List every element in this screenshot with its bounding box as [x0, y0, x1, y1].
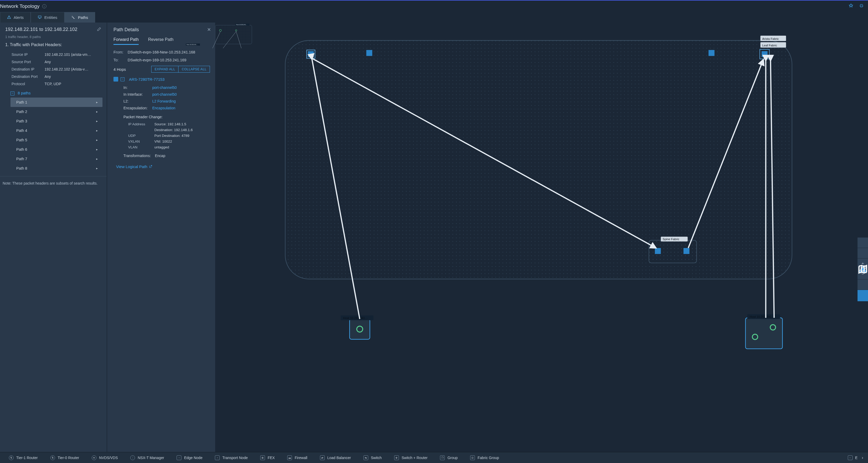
packet-header-change-heading: Packet Header Change: — [123, 114, 210, 120]
phc-key: UDP — [128, 133, 154, 139]
firewall-icon: ▬ — [287, 455, 292, 460]
switch-node[interactable] — [760, 49, 769, 59]
legend-item-overflow: ▫E — [846, 455, 859, 460]
path-label: Path 4 — [16, 128, 27, 133]
tab-label: Entities — [44, 15, 57, 20]
info-icon[interactable]: i — [42, 4, 46, 8]
tab-label: Alerts — [13, 15, 24, 20]
legend-item: ⋮NSX-T Manager — [124, 455, 170, 460]
hop-link-value[interactable]: port-channel50 — [152, 91, 177, 98]
hop-link-value[interactable]: L2 Forwarding — [152, 98, 176, 104]
phc-value: Destination: 192.148.1.6 — [154, 127, 193, 133]
legend-item: ⇄Load Balancer — [314, 455, 357, 460]
legend-item: ⊞FEX — [254, 455, 281, 460]
path-details-panel: Path Details ✕ Forward Path Reverse Path… — [107, 23, 215, 452]
alert-icon — [7, 15, 11, 20]
svg-text:Host 10.253.241…: Host 10.253.241… — [236, 24, 247, 25]
hop-link-value[interactable]: port-channel50 — [152, 84, 177, 91]
hop-key: L2: — [123, 98, 152, 104]
switch-node[interactable] — [683, 248, 689, 254]
svg-rect-7 — [366, 50, 372, 56]
legend-item: ▬Firewall — [281, 455, 313, 460]
canvas-toolbar: ＋ − — [858, 237, 868, 301]
zone-label: Leaf Fabric — [762, 44, 777, 47]
zone-label: Arista Fabric — [762, 37, 779, 40]
switch-router-icon: ⊕ — [394, 455, 399, 460]
hop-device-link[interactable]: ARS-7280TR-77153 — [129, 77, 164, 82]
tab-alerts[interactable]: Alerts — [0, 12, 31, 23]
phc-value: untagged — [154, 145, 169, 150]
paths-count-label[interactable]: 8 paths — [18, 91, 30, 95]
collapse-all-button[interactable]: COLLAPSE ALL — [179, 66, 210, 73]
legend-item: ▫Transport Node — [209, 455, 254, 460]
phc-key: VLAN — [128, 145, 154, 150]
svg-rect-13 — [350, 319, 370, 339]
left-panel: 192.148.22.101 to 192.148.22.102 1 traff… — [0, 23, 107, 452]
legend-label: Edge Node — [184, 456, 202, 460]
expand-all-button[interactable]: EXPAND ALL — [151, 66, 179, 73]
svg-rect-17 — [746, 318, 782, 349]
svg-text:Host 10.253.241…: Host 10.253.241… — [343, 316, 368, 319]
path-item[interactable]: Path 6▸ — [10, 145, 102, 154]
chevron-right-icon: ▸ — [96, 129, 98, 132]
switch-node[interactable] — [655, 248, 661, 254]
kv-key: Destination Port — [5, 73, 44, 80]
hop-key: Encapsulation: — [123, 104, 152, 112]
switch-icon: ⇆ — [364, 455, 368, 460]
switch-node[interactable] — [709, 50, 715, 56]
path-label: Path 3 — [16, 119, 27, 123]
path-item[interactable]: Path 4▸ — [10, 126, 102, 135]
group-icon: ❐ — [440, 455, 445, 460]
phc-value: Source: 192.148.1.5 — [154, 121, 186, 127]
path-label: Path 1 — [16, 100, 27, 104]
legend-label: Fabric Group — [477, 456, 499, 460]
kv-value: TCP, UDP — [44, 80, 101, 88]
phc-key: VXLAN — [128, 139, 154, 145]
transport-node-icon: ▫ — [215, 455, 220, 460]
hop-link-value[interactable]: Encapsulation — [152, 104, 175, 112]
path-label: Path 7 — [16, 157, 27, 161]
path-item[interactable]: Path 2▸ — [10, 107, 102, 116]
loadbalancer-icon: ⇄ — [320, 455, 325, 460]
tab-entities[interactable]: Entities — [31, 12, 64, 23]
path-item[interactable]: Path 3▸ — [10, 116, 102, 126]
tab-label: Paths — [78, 15, 88, 20]
host-node[interactable]: Host 10.253.241… — [746, 314, 782, 349]
legend-label: Load Balancer — [327, 456, 351, 460]
link-label: View Logical Path — [116, 164, 147, 169]
chevron-right-icon: ▸ — [96, 157, 98, 161]
tree-collapse-icon[interactable]: − — [10, 92, 14, 95]
path-label: Path 2 — [16, 110, 27, 114]
hops-count: 4 Hops — [114, 67, 126, 71]
switch-node[interactable] — [366, 50, 372, 56]
legend-item: ⇅Tier-1 Router — [3, 455, 44, 460]
legend-item: ⇅Tier-0 Router — [44, 455, 86, 460]
kv-value: 192.148.22.102 (Arista-v… — [44, 66, 101, 73]
tab-paths[interactable]: Paths — [64, 12, 95, 23]
minimap-toggle-button[interactable] — [858, 290, 868, 301]
collapse-icon[interactable] — [859, 3, 864, 9]
path-item[interactable]: Path 1▸ — [10, 97, 102, 107]
topology-canvas[interactable]: Arista Fabric Leaf Fabric Spine Fabric H… — [215, 23, 868, 452]
kv-value: Any — [44, 73, 101, 80]
switch-router-icon — [114, 77, 118, 82]
hop-key: In: — [123, 84, 152, 91]
legend-label: Tier-0 Router — [58, 456, 79, 460]
overflow-icon: ▫ — [848, 455, 852, 460]
host-node[interactable]: Host 10.253.241… — [341, 315, 373, 339]
hop-collapse-icon[interactable]: − — [121, 78, 124, 81]
legend-label: Firewall — [294, 456, 307, 460]
legend-label: NSX-T Manager — [137, 456, 164, 460]
pin-icon[interactable] — [848, 3, 853, 9]
view-logical-path-link[interactable]: View Logical Path — [116, 164, 152, 169]
phc-value: Port Destination: 4789 — [154, 133, 189, 139]
path-item[interactable]: Path 5▸ — [10, 135, 102, 145]
legend-scroll-right[interactable]: › — [860, 455, 865, 461]
nsxt-icon: ⋮ — [130, 455, 135, 460]
switch-node[interactable] — [307, 50, 315, 59]
svg-text:Host 10.253.241…: Host 10.253.241… — [749, 315, 774, 318]
fabric-group-icon: ⊡ — [470, 455, 475, 460]
nvds-icon: ≋ — [92, 455, 96, 460]
path-item[interactable]: Path 8▸ — [10, 163, 102, 173]
path-item[interactable]: Path 7▸ — [10, 154, 102, 163]
